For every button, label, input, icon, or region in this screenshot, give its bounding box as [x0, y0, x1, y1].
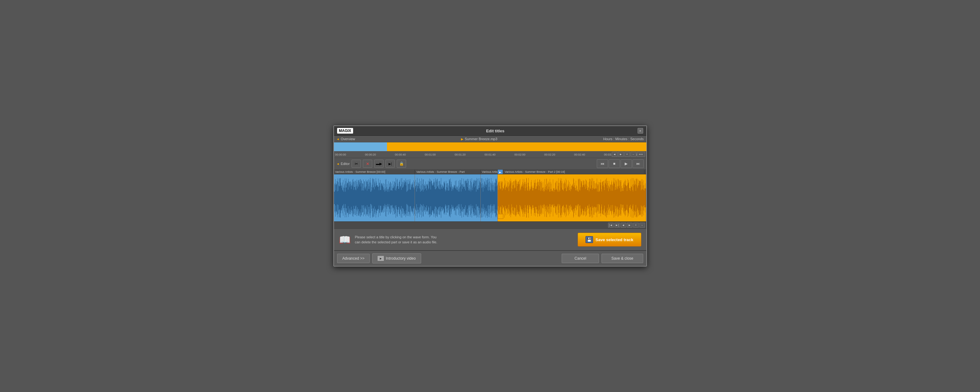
track-scroll-right[interactable]: ► — [627, 223, 633, 228]
info-section: 📖 Please select a title by clicking on t… — [334, 229, 646, 250]
track-scroll-left[interactable]: ◄ — [620, 223, 626, 228]
scroll-left-button[interactable]: ◄ — [612, 152, 617, 157]
waveform-row[interactable] — [334, 174, 646, 221]
rewind-button[interactable]: ⏮ — [597, 159, 608, 168]
timeline-ruler: 00:00:00 00:00:20 00:00:40 00:01:00 00:0… — [334, 151, 646, 158]
timeline-scroll-controls: ◄ ► + − ⟺ — [612, 152, 645, 157]
track-zoom-out[interactable]: − — [640, 223, 645, 228]
track-label-0: Various Artists - Summer Breeze [00:00] — [334, 170, 415, 174]
waveform-segment-3[interactable] — [498, 174, 646, 221]
time-marker-6: 00:02:00 — [514, 153, 525, 156]
info-icon: 📖 — [339, 234, 351, 245]
overview-label: ◄ Overview — [336, 137, 355, 141]
overview-bar: ◄ Overview ▶ Summer Breeze.mp3 Hours : M… — [334, 136, 646, 142]
overview-blue-region — [334, 142, 387, 151]
waveform-segment-2[interactable] — [481, 174, 498, 221]
zoom-fit-button[interactable]: ⟺ — [637, 152, 645, 157]
cancel-button[interactable]: Cancel — [562, 254, 599, 263]
transport-controls: ⏮ ■ ▶ ⏭ — [597, 159, 644, 168]
zoom-out-button[interactable]: − — [631, 152, 636, 157]
dialog-title: Edit titles — [353, 129, 638, 133]
time-marker-4: 00:01:20 — [455, 153, 466, 156]
overview-waveform[interactable] — [334, 142, 646, 151]
save-disk-icon: 💾 — [585, 236, 593, 243]
track-skip-end[interactable]: ►| — [614, 223, 620, 228]
scroll-right-button[interactable]: ► — [618, 152, 624, 157]
delete-tool[interactable]: ✕ — [363, 159, 372, 168]
save-close-button[interactable]: Save & close — [601, 254, 643, 263]
track-label-2: Various Artists - Su — [481, 170, 498, 174]
advanced-button[interactable]: Advanced >> — [337, 254, 370, 263]
segment-start-marker — [498, 214, 503, 219]
save-selected-track-button[interactable]: 💾 Save selected track — [578, 233, 641, 247]
track-scroll-controls: |◄ ►| ◄ ► + − — [334, 221, 646, 229]
title-bar: MAGIX Edit titles × — [334, 126, 646, 136]
waveform-segment-1[interactable] — [415, 174, 480, 221]
track-label-1: Various Artists - Summer Breeze - Part — [415, 170, 480, 174]
stop-button[interactable]: ■ — [609, 159, 620, 168]
fast-forward-button[interactable]: ⏭ — [633, 159, 644, 168]
edit-titles-dialog: MAGIX Edit titles × ◄ Overview ▶ Summer … — [333, 126, 647, 266]
move-tool[interactable]: ▬▶ — [374, 159, 383, 168]
time-marker-1: 00:00:20 — [365, 153, 376, 156]
time-marker-3: 00:01:00 — [425, 153, 436, 156]
track-label-3: ▶ Various Artists - Summer Breeze - Part… — [498, 170, 644, 174]
info-text: Please select a title by clicking on the… — [355, 234, 438, 245]
play-button[interactable]: ▶ — [620, 159, 632, 168]
editor-label: ◄ Editor — [336, 162, 350, 166]
timeline-markers: 00:00:00 00:00:20 00:00:40 00:01:00 00:0… — [335, 153, 645, 156]
magix-logo: MAGIX — [337, 128, 353, 134]
overview-orange-region — [387, 142, 646, 151]
footer: Advanced >> ▶ Introductory video Cancel … — [334, 250, 646, 266]
overview-filename: ▶ Summer Breeze.mp3 — [358, 137, 601, 141]
track-zoom-in[interactable]: + — [633, 223, 639, 228]
time-marker-0: 00:00:00 — [335, 153, 346, 156]
mark-tool[interactable]: ▶| — [385, 159, 395, 168]
track-labels-row: Various Artists - Summer Breeze [00:00] … — [334, 170, 646, 174]
scissors-tool[interactable]: ✂ — [352, 159, 361, 168]
close-button[interactable]: × — [638, 128, 643, 134]
time-marker-5: 00:01:40 — [485, 153, 495, 156]
introductory-video-button[interactable]: ▶ Introductory video — [372, 253, 421, 263]
video-icon: ▶ — [377, 256, 384, 261]
zoom-in-button[interactable]: + — [624, 152, 630, 157]
waveform-segment-0[interactable] — [334, 174, 415, 221]
lock-tool[interactable]: 🔒 — [397, 159, 406, 168]
time-format-label: Hours : Minutes : Seconds — [603, 137, 644, 141]
time-marker-7: 00:02:20 — [544, 153, 555, 156]
time-marker-8: 00:02:40 — [574, 153, 585, 156]
track-skip-start[interactable]: |◄ — [608, 223, 614, 228]
playhead-flag: ▶ — [498, 170, 503, 174]
time-marker-2: 00:00:40 — [395, 153, 406, 156]
editor-bar: ◄ Editor ✂ ✕ ▬▶ ▶| 🔒 ⏮ ■ ▶ ⏭ — [334, 158, 646, 170]
